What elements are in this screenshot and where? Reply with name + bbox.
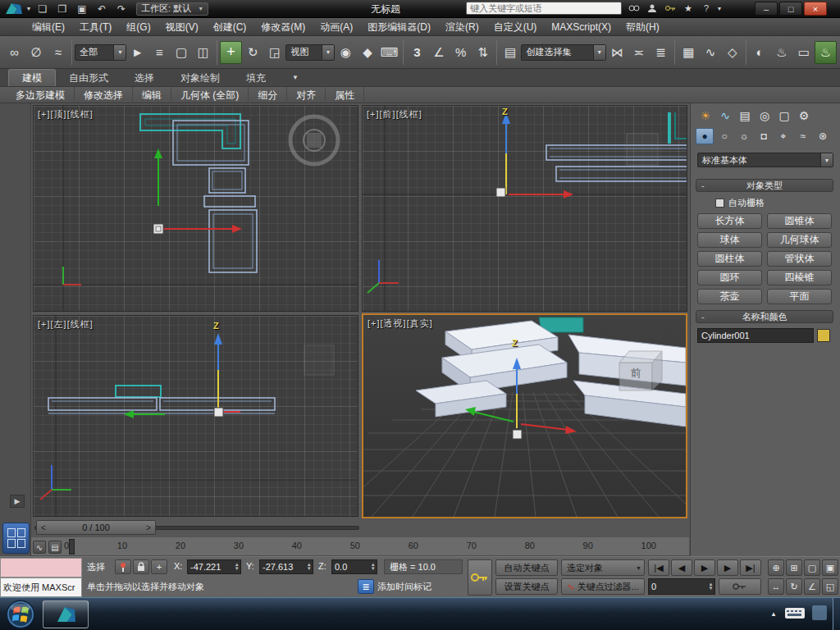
cone-button[interactable]: 圆锥体 bbox=[767, 213, 832, 229]
go-to-end-button[interactable]: ▶| bbox=[740, 559, 761, 576]
ribbon-tab-object-paint[interactable]: 对象绘制 bbox=[167, 70, 233, 86]
spinner-snap-icon[interactable]: ⇅ bbox=[472, 41, 494, 64]
object-color-swatch[interactable] bbox=[817, 329, 830, 342]
menu-help[interactable]: 帮助(H) bbox=[619, 18, 667, 36]
maximize-viewport-toggle-icon[interactable]: ◱ bbox=[822, 578, 838, 595]
geometry-category-icon[interactable]: ● bbox=[696, 128, 714, 144]
object-name-input[interactable] bbox=[701, 331, 810, 340]
torus-button[interactable]: 圆环 bbox=[697, 270, 762, 285]
show-desktop-button[interactable] bbox=[833, 598, 840, 630]
angle-snap-icon[interactable]: ∠ bbox=[428, 41, 450, 64]
select-and-manipulate-icon[interactable]: ◆ bbox=[357, 41, 379, 64]
prev-frame-arrow-icon[interactable]: < bbox=[37, 523, 50, 532]
motion-tab-icon[interactable]: ◎ bbox=[755, 107, 774, 125]
ribbon-tab-populate[interactable]: 填充 bbox=[233, 70, 279, 86]
material-editor-icon[interactable]: ◐ bbox=[749, 41, 771, 64]
render-frame-window-icon[interactable]: ▭ bbox=[792, 41, 815, 64]
maximize-button[interactable]: □ bbox=[779, 2, 802, 16]
autogrid-checkbox[interactable] bbox=[715, 199, 724, 208]
menu-edit[interactable]: 编辑(E) bbox=[25, 18, 72, 36]
max-logo-icon[interactable] bbox=[3, 2, 25, 16]
percent-snap-icon[interactable]: % bbox=[450, 41, 472, 64]
help-icon[interactable]: ? bbox=[697, 2, 715, 15]
render-setup-icon[interactable]: ♨ bbox=[771, 41, 793, 64]
menu-maxscript[interactable]: MAXScript(X) bbox=[544, 18, 619, 36]
rectangular-region-icon[interactable]: ▢ bbox=[171, 41, 193, 64]
time-tag-icon[interactable]: ≣ bbox=[358, 579, 374, 594]
frame-spinner[interactable]: ▲▼ bbox=[707, 582, 714, 591]
absolute-offset-icon[interactable]: + bbox=[151, 559, 167, 574]
key-filters-button[interactable]: ∿ 关键点过滤器... bbox=[561, 578, 645, 595]
systems-category-icon[interactable]: ⊛ bbox=[814, 128, 832, 144]
new-scene-icon[interactable]: ❏ bbox=[33, 2, 52, 16]
viewport-top-label[interactable]: [+][顶][线框] bbox=[38, 108, 94, 121]
z-coordinate-field[interactable]: ▲▼ bbox=[331, 559, 377, 574]
viewport-left-label[interactable]: [+][左][线框] bbox=[38, 318, 94, 331]
selection-lock-icon[interactable] bbox=[133, 559, 149, 574]
select-and-rotate-icon[interactable]: ↻ bbox=[242, 41, 264, 64]
ribbon-align[interactable]: 对齐 bbox=[287, 87, 326, 103]
previous-frame-button[interactable]: ◀ bbox=[671, 559, 692, 576]
modify-tab-icon[interactable]: ∿ bbox=[715, 107, 735, 125]
viewport-perspective[interactable]: [+][透视][真实] Z 前 bbox=[362, 313, 687, 518]
z-spinner[interactable]: ▲▼ bbox=[370, 563, 377, 571]
ribbon-polygon-modeling[interactable]: 多边形建模 bbox=[7, 87, 75, 103]
named-selection-set-combo[interactable]: 创建选择集 ▼ bbox=[521, 44, 605, 61]
mini-curve-editor-icon[interactable]: ∿ bbox=[33, 541, 46, 554]
select-and-move-icon[interactable]: + bbox=[220, 41, 242, 64]
go-to-start-button[interactable]: |◀ bbox=[648, 559, 669, 576]
edit-named-sets-icon[interactable]: ▤ bbox=[500, 41, 522, 64]
ribbon-tab-modeling[interactable]: 建模 bbox=[8, 69, 56, 86]
sphere-button[interactable]: 球体 bbox=[697, 232, 762, 248]
zoom-extents-icon[interactable]: ▢ bbox=[804, 559, 820, 576]
frame-input[interactable] bbox=[651, 582, 707, 591]
unlink-selection-icon[interactable]: ∅ bbox=[25, 41, 48, 64]
menu-modifiers[interactable]: 修改器(M) bbox=[253, 18, 313, 36]
teapot-button[interactable]: 茶壶 bbox=[697, 289, 762, 304]
cameras-category-icon[interactable]: ◘ bbox=[755, 128, 773, 144]
close-button[interactable]: × bbox=[804, 2, 827, 16]
pan-icon[interactable]: ↔ bbox=[768, 578, 784, 595]
viewport-perspective-label[interactable]: [+][透视][真实] bbox=[368, 317, 433, 330]
keyboard-override-icon[interactable]: ⌨ bbox=[378, 41, 400, 64]
lights-category-icon[interactable]: ☼ bbox=[735, 128, 753, 144]
sign-in-icon[interactable] bbox=[643, 2, 661, 15]
align-icon[interactable]: ≍ bbox=[628, 41, 651, 64]
add-time-tag-label[interactable]: 添加时间标记 bbox=[377, 581, 431, 593]
object-name-field[interactable] bbox=[697, 328, 814, 343]
orbit-icon[interactable]: ↻ bbox=[786, 578, 802, 595]
layout-expand-arrow-icon[interactable]: ▶ bbox=[10, 495, 25, 508]
redo-icon[interactable]: ↷ bbox=[112, 2, 131, 16]
key-mode-toggle-button[interactable] bbox=[719, 578, 761, 595]
menu-customize[interactable]: 自定义(U) bbox=[486, 18, 545, 36]
schematic-view-icon[interactable]: ◇ bbox=[721, 41, 743, 64]
select-and-scale-icon[interactable]: ◲ bbox=[264, 41, 286, 64]
plane-button[interactable]: 平面 bbox=[767, 289, 832, 304]
track-select-icon[interactable]: ▤ bbox=[48, 541, 62, 554]
object-type-rollout[interactable]: - 对象类型 bbox=[696, 179, 833, 192]
current-frame-field[interactable]: ▲▼ bbox=[648, 578, 715, 595]
use-pivot-center-icon[interactable]: ◉ bbox=[335, 41, 357, 64]
ribbon-tab-selection[interactable]: 选择 bbox=[121, 70, 167, 86]
select-by-name-icon[interactable]: ≡ bbox=[148, 41, 171, 64]
mirror-icon[interactable]: ⋈ bbox=[606, 41, 628, 64]
pyramid-button[interactable]: 四棱锥 bbox=[767, 270, 832, 285]
time-slider-handle[interactable]: < 0 / 100 > bbox=[36, 520, 156, 535]
ribbon-modify-selection[interactable]: 修改选择 bbox=[75, 87, 133, 103]
display-tab-icon[interactable]: ▢ bbox=[774, 107, 794, 125]
graphite-toggle-icon[interactable]: ▦ bbox=[678, 41, 700, 64]
y-spinner[interactable]: ▲▼ bbox=[305, 563, 313, 571]
viewport-top[interactable]: [+][顶][线框] bbox=[33, 105, 358, 312]
workspace-selector[interactable]: 工作区: 默认 ▼ bbox=[136, 2, 208, 16]
play-button[interactable]: ▶ bbox=[694, 559, 715, 576]
y-input[interactable] bbox=[262, 562, 305, 572]
viewport-layout-tab-icon[interactable] bbox=[2, 523, 30, 554]
field-of-view-icon[interactable]: ∠ bbox=[804, 578, 820, 595]
input-keyboard-tray-icon[interactable] bbox=[784, 605, 806, 621]
set-key-button[interactable]: 设置关键点 bbox=[495, 578, 558, 595]
shapes-category-icon[interactable]: ○ bbox=[715, 128, 733, 144]
bind-to-spacewarp-icon[interactable]: ≈ bbox=[47, 41, 69, 64]
menu-tools[interactable]: 工具(T) bbox=[72, 18, 119, 36]
ribbon-edit[interactable]: 编辑 bbox=[133, 87, 171, 103]
selection-set-dropdown[interactable]: 选定对象 ▼ bbox=[561, 559, 645, 576]
